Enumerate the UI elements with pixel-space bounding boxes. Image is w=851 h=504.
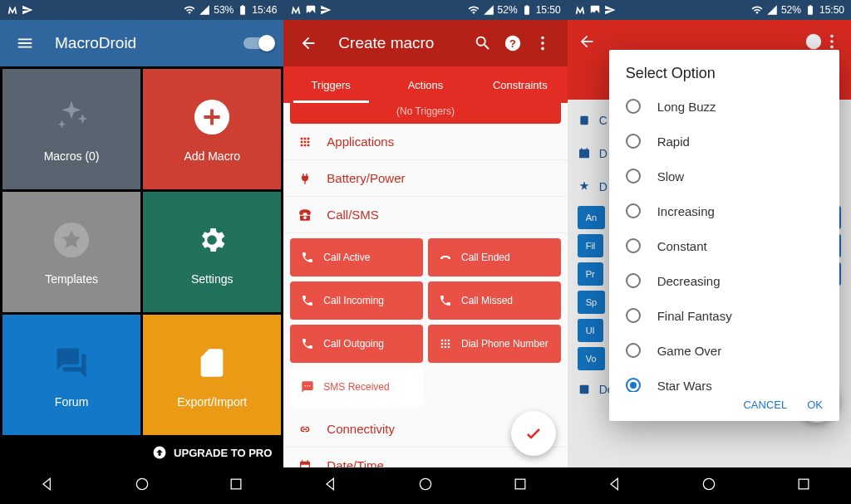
help-button[interactable]: ?: [498, 28, 528, 58]
svg-point-15: [448, 343, 450, 345]
svg-point-8: [541, 42, 544, 45]
nav-bar: [0, 467, 283, 504]
cat-label: Applications: [327, 135, 394, 149]
cancel-button[interactable]: CANCEL: [743, 399, 787, 411]
menu-button[interactable]: [10, 28, 40, 58]
tile-label: Macros (0): [44, 149, 100, 163]
svg-rect-21: [515, 479, 525, 489]
send-icon: [320, 4, 332, 16]
option-increasing[interactable]: Increasing: [609, 193, 839, 228]
option-label: Game Over: [657, 344, 722, 358]
overflow-button[interactable]: [528, 28, 558, 58]
cat-applications[interactable]: Applications: [283, 124, 567, 160]
tile-label: Add Macro: [184, 149, 240, 163]
nav-home[interactable]: [701, 476, 717, 496]
cat-label: Battery/Power: [327, 171, 405, 185]
status-bar: 53% 15:46: [0, 0, 283, 20]
wifi-icon: [751, 4, 763, 16]
gear-icon: [191, 219, 233, 261]
svg-point-16: [441, 346, 444, 349]
option-label: Increasing: [657, 204, 715, 218]
option-constant[interactable]: Constant: [609, 228, 839, 263]
tile-templates[interactable]: Templates: [2, 192, 140, 312]
tile-add-macro[interactable]: Add Macro: [143, 69, 281, 189]
clock: 15:50: [536, 4, 561, 16]
svg-point-28: [704, 478, 715, 489]
tab-constraints[interactable]: Constraints: [473, 66, 568, 103]
tab-actions[interactable]: Actions: [378, 66, 473, 103]
cat-call-sms[interactable]: Call/SMS: [283, 197, 567, 233]
confirm-fab[interactable]: [511, 411, 556, 456]
apps-icon: [297, 135, 313, 149]
option-star-wars[interactable]: Star Wars: [609, 368, 839, 392]
svg-point-17: [445, 346, 447, 349]
wifi-icon: [468, 4, 480, 16]
radio-icon: [626, 273, 641, 288]
status-bar: 52% 15:50: [283, 0, 567, 20]
option-game-over[interactable]: Game Over: [609, 333, 839, 368]
tile-export[interactable]: Export/Import: [143, 315, 281, 435]
option-label: Decreasing: [657, 274, 721, 288]
wifi-icon: [184, 4, 195, 16]
card-sms-received[interactable]: SMS Received: [290, 368, 423, 406]
svg-point-11: [445, 340, 447, 342]
card-dial-number[interactable]: Dial Phone Number: [428, 325, 561, 363]
call-options: Call Active Call Ended Call Incoming Cal…: [283, 233, 567, 411]
sparkle-icon: [51, 96, 92, 138]
sms-icon: [300, 380, 315, 394]
upgrade-bar[interactable]: UPGRADE TO PRO: [0, 438, 283, 467]
app-icon-m: [290, 4, 302, 16]
card-call-outgoing[interactable]: Call Outgoing: [290, 325, 423, 363]
card-call-active[interactable]: Call Active: [290, 238, 423, 276]
battery-pct: 52%: [498, 4, 518, 16]
nav-home[interactable]: [134, 476, 150, 496]
svg-point-9: [541, 47, 544, 51]
screen3-body: Tri Actions aints C D D AnStatus Fileen …: [568, 20, 851, 467]
master-toggle[interactable]: [243, 37, 273, 49]
option-decreasing[interactable]: Decreasing: [609, 263, 839, 298]
cat-battery[interactable]: Battery/Power: [283, 160, 567, 197]
svg-point-10: [441, 340, 444, 342]
no-triggers-banner: (No Triggers): [290, 103, 560, 124]
search-button[interactable]: [468, 28, 498, 58]
radio-icon: [626, 238, 641, 253]
option-long-buzz[interactable]: Long Buzz: [609, 89, 839, 124]
nav-back[interactable]: [607, 476, 623, 496]
app-bar: Create macro ?: [283, 20, 567, 66]
nav-back[interactable]: [39, 476, 56, 496]
tile-macros[interactable]: Macros (0): [2, 69, 140, 189]
plus-circle-icon: [191, 96, 233, 138]
nav-home[interactable]: [417, 476, 434, 496]
card-call-incoming[interactable]: Call Incoming: [290, 281, 423, 320]
radio-icon: [626, 343, 641, 358]
phone-icon: [300, 251, 315, 264]
ok-button[interactable]: OK: [807, 399, 823, 411]
option-final-fantasy[interactable]: Final Fantasy: [609, 298, 839, 333]
radio-icon: [626, 99, 641, 114]
screen-select-option: 52% 15:50 Tri Actions aints C D D AnStat…: [568, 0, 851, 504]
svg-point-14: [445, 343, 447, 345]
nav-back[interactable]: [322, 476, 339, 496]
trigger-body: (No Triggers) Applications Battery/Power…: [283, 103, 567, 467]
tile-label: Forum: [55, 395, 88, 409]
tile-forum[interactable]: Forum: [2, 315, 140, 435]
radio-icon: [626, 134, 641, 149]
radio-icon: [626, 203, 641, 218]
card-call-ended[interactable]: Call Ended: [428, 238, 561, 276]
battery-icon: [804, 4, 816, 16]
cat-label: Connectivity: [327, 422, 395, 436]
nav-recent[interactable]: [512, 476, 529, 496]
card-call-missed[interactable]: Call Missed: [428, 281, 561, 320]
app-bar: MacroDroid: [0, 20, 283, 66]
nav-bar: [568, 467, 851, 504]
nav-recent[interactable]: [795, 476, 812, 496]
option-rapid[interactable]: Rapid: [609, 124, 839, 159]
nav-recent[interactable]: [228, 476, 244, 496]
signal-icon: [483, 4, 494, 16]
tab-triggers[interactable]: Triggers: [283, 66, 378, 103]
battery-pct: 52%: [781, 4, 801, 16]
tile-settings[interactable]: Settings: [143, 192, 281, 312]
back-button[interactable]: [293, 28, 323, 58]
option-slow[interactable]: Slow: [609, 159, 839, 193]
status-bar: 52% 15:50: [568, 0, 851, 20]
